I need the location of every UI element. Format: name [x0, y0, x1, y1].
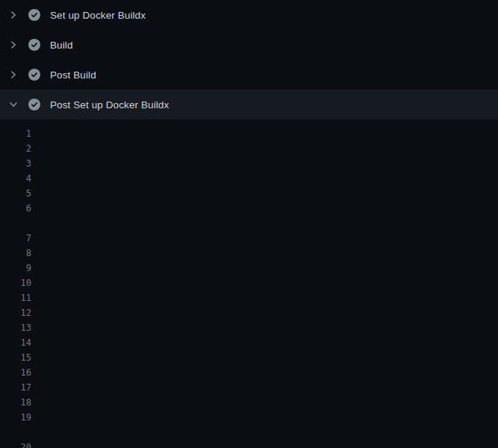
step-header-set-up-docker-buildx[interactable]: Set up Docker Buildx [0, 0, 498, 30]
line-number[interactable]: 3 [0, 156, 31, 171]
chevron-right-icon[interactable] [7, 69, 19, 81]
line-number[interactable]: 19 [0, 410, 31, 425]
log-line: 16 time="2021-04-23T18:02:38Z" level=deb… [0, 365, 498, 380]
line-number[interactable]: 11 [0, 290, 31, 305]
steps-list: Set up Docker Buildx Build P [0, 0, 498, 119]
line-number[interactable]: 17 [0, 380, 31, 395]
log-line: 13 time="2021-04-23T18:02:38Z" level=deb… [0, 320, 498, 335]
line-number[interactable]: 1 [0, 126, 31, 141]
log-line: 5 time="2021-04-23T18:02:37Z" level=warn… [0, 186, 498, 201]
line-number[interactable]: 10 [0, 276, 31, 290]
check-circle-icon [28, 39, 40, 51]
log-line: 10 time="2021-04-23T18:02:37Z" level=inf… [0, 276, 498, 290]
log-line: 14 time="2021-04-23T18:02:38Z" level=deb… [0, 335, 498, 350]
log-line: 19 time="2021-04-23T18:02:38Z" level=deb… [0, 410, 498, 425]
log-line: 1 Post job cleanup. [0, 126, 498, 141]
log-line: 7 time="2021-04-23T18:02:37Z" level=warn… [0, 231, 498, 246]
step-title: Set up Docker Buildx [50, 10, 146, 21]
step-title: Post Set up Docker Buildx [50, 99, 169, 111]
line-number[interactable]: 6 [0, 201, 31, 216]
log-line: 18 time="2021-04-23T18:02:38Z" level=deb… [0, 395, 498, 410]
line-number[interactable]: 13 [0, 320, 31, 335]
line-number[interactable]: 8 [0, 246, 31, 261]
check-circle-icon [28, 69, 40, 81]
step-title: Post Build [50, 69, 96, 81]
log-line: 9 time="2021-04-23T18:02:37Z" level=warn… [0, 261, 498, 276]
workflow-log-viewer: Set up Docker Buildx Build P [0, 0, 498, 448]
check-circle-icon [28, 9, 40, 21]
check-circle-icon [28, 99, 40, 111]
step-title: Build [50, 40, 73, 51]
log-line: 4 time="2021-04-23T18:02:37Z" level=info… [0, 171, 498, 186]
chevron-down-icon[interactable] [7, 99, 19, 111]
step-header-build[interactable]: Build [0, 30, 498, 60]
line-number[interactable]: 16 [0, 365, 31, 380]
chevron-right-icon[interactable] [7, 9, 19, 21]
log-line: 2 ▼BuildKit container logs [0, 141, 498, 156]
log-line: 8 time="2021-04-23T18:02:37Z" level=info… [0, 246, 498, 261]
log-line: 3 /usr/bin/docker logs buildx_buildkit_b… [0, 156, 498, 171]
log-line: 20 time="2021-04-23T18:02:38Z" level=deb… [0, 440, 498, 448]
line-number[interactable]: 5 [0, 186, 31, 201]
log-line: linux/riscv64 linux/ppc64le linux/s390x … [0, 216, 498, 231]
line-number[interactable]: 2 [0, 141, 31, 156]
log-line: 11 time="2021-04-23T18:02:38Z" level=deb… [0, 290, 498, 305]
log-line: 6 time="2021-04-23T18:02:37Z" level=info… [0, 201, 498, 216]
log-line: 17 time="2021-04-23T18:02:38Z" level=deb… [0, 380, 498, 395]
line-number[interactable]: 12 [0, 305, 31, 320]
line-number[interactable]: 18 [0, 395, 31, 410]
log-content: 1 Post job cleanup. 2 ▼BuildKit containe… [0, 119, 498, 448]
log-line: 12 time="2021-04-23T18:02:38Z" level=deb… [0, 305, 498, 320]
chevron-right-icon[interactable] [7, 39, 19, 51]
line-number[interactable]: 9 [0, 261, 31, 276]
line-number[interactable]: 7 [0, 231, 31, 246]
log-line: 15 time="2021-04-23T18:02:38Z" level=deb… [0, 350, 498, 365]
line-number[interactable]: 15 [0, 350, 31, 365]
log-line: application/vnd.oci.image.index.v1+json,… [0, 425, 498, 440]
step-header-post-set-up-docker-buildx[interactable]: Post Set up Docker Buildx [0, 90, 498, 119]
line-number[interactable]: 14 [0, 335, 31, 350]
line-number[interactable]: 20 [0, 440, 31, 448]
step-header-post-build[interactable]: Post Build [0, 60, 498, 90]
line-number[interactable]: 4 [0, 171, 31, 186]
